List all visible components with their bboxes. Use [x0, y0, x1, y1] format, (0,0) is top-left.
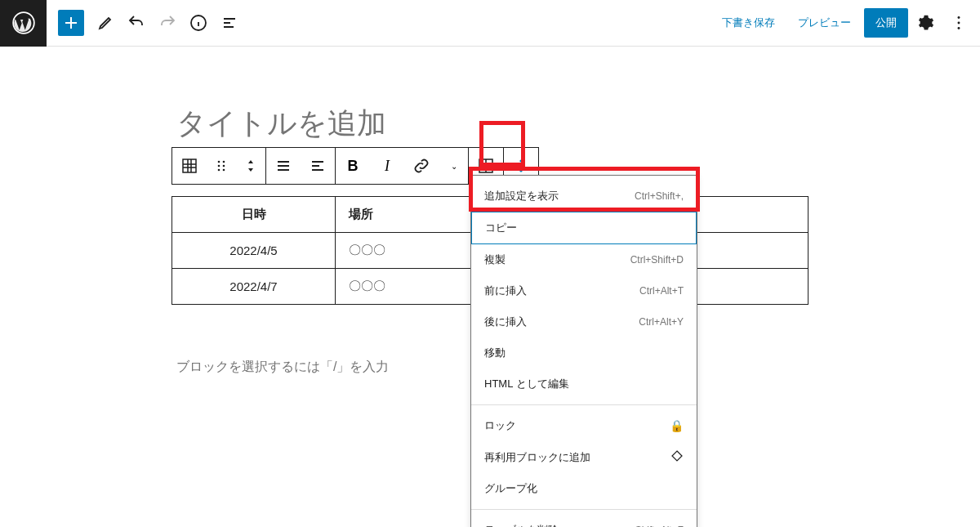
menu-item-label: ロック	[484, 418, 516, 433]
svg-point-11	[223, 169, 225, 172]
menu-item[interactable]: 後に挿入Ctrl+Alt+Y	[471, 306, 697, 337]
menu-item[interactable]: 複製Ctrl+Shift+D	[471, 244, 697, 275]
menu-item[interactable]: 追加設定を表示Ctrl+Shift+,	[471, 181, 697, 212]
save-draft-button[interactable]: 下書き保存	[712, 9, 785, 37]
menu-shortcut: Ctrl+Alt+T	[639, 285, 684, 297]
svg-rect-5	[183, 159, 196, 172]
svg-point-10	[218, 169, 220, 172]
menu-item[interactable]: ロック🔒	[471, 410, 697, 441]
wordpress-logo[interactable]	[0, 0, 47, 47]
menu-item[interactable]: HTML として編集	[471, 368, 697, 400]
lock-icon: 🔒	[670, 419, 684, 432]
svg-point-14	[519, 164, 522, 167]
menu-shortcut: Ctrl+Shift+D	[630, 254, 684, 266]
menu-item-label: HTML として編集	[484, 377, 569, 391]
menu-item[interactable]: コピー	[471, 212, 697, 244]
svg-point-4	[958, 27, 960, 29]
italic-button[interactable]: I	[370, 148, 404, 184]
svg-point-6	[218, 161, 220, 163]
svg-point-2	[958, 16, 960, 19]
svg-point-13	[519, 159, 522, 162]
edit-mode-button[interactable]	[91, 8, 120, 38]
menu-item[interactable]: 再利用ブロックに追加	[471, 441, 697, 473]
more-options-button[interactable]	[944, 8, 973, 38]
menu-item[interactable]: 前に挿入Ctrl+Alt+T	[471, 275, 697, 306]
top-toolbar: 下書き保存 プレビュー 公開	[0, 0, 980, 47]
outline-button[interactable]	[215, 8, 244, 38]
menu-shortcut: Ctrl+Alt+Y	[639, 316, 684, 328]
svg-point-3	[958, 22, 960, 25]
add-block-button[interactable]	[58, 10, 84, 36]
undo-button[interactable]	[122, 8, 151, 38]
link-button[interactable]	[404, 148, 439, 184]
table-cell[interactable]: 2022/4/7	[172, 269, 336, 305]
align-button[interactable]	[266, 148, 301, 184]
menu-item-label: 再利用ブロックに追加	[484, 450, 590, 465]
svg-point-7	[223, 161, 225, 163]
move-button[interactable]	[236, 148, 265, 184]
post-title-input[interactable]: タイトルを追加	[172, 104, 808, 144]
menu-item[interactable]: テーブルを削除Shift+Alt+Z	[471, 515, 697, 527]
settings-button[interactable]	[911, 8, 941, 38]
menu-item-label: コピー	[485, 221, 517, 235]
top-left-tools	[0, 0, 244, 46]
info-button[interactable]	[184, 8, 213, 38]
drag-handle-button[interactable]	[207, 148, 236, 184]
publish-button[interactable]: 公開	[864, 8, 908, 38]
menu-item-label: 移動	[484, 346, 506, 360]
top-right-tools: 下書き保存 プレビュー 公開	[712, 8, 980, 38]
table-cell[interactable]: 2022/4/5	[172, 233, 336, 269]
svg-point-15	[519, 169, 522, 172]
block-options-menu: 追加設定を表示Ctrl+Shift+,コピー複製Ctrl+Shift+D前に挿入…	[470, 175, 697, 527]
text-align-button[interactable]	[301, 148, 335, 184]
menu-item-label: 複製	[484, 252, 506, 267]
menu-item[interactable]: 移動	[471, 337, 697, 368]
menu-item-label: グループ化	[484, 481, 537, 496]
menu-item-label: 前に挿入	[484, 284, 527, 298]
block-type-button[interactable]	[172, 148, 207, 184]
preview-button[interactable]: プレビュー	[788, 9, 861, 37]
menu-item-label: 追加設定を表示	[484, 189, 559, 203]
menu-item[interactable]: グループ化	[471, 473, 697, 504]
svg-point-9	[223, 165, 225, 167]
menu-item-label: テーブルを削除	[484, 523, 559, 527]
bold-button[interactable]: B	[336, 148, 370, 184]
more-format-button[interactable]: ⌄	[439, 148, 468, 184]
svg-point-8	[218, 165, 220, 167]
menu-item-label: 後に挿入	[484, 315, 527, 329]
reuse-icon	[670, 449, 684, 465]
redo-button[interactable]	[153, 8, 182, 38]
menu-shortcut: Ctrl+Shift+,	[635, 190, 684, 202]
table-header-cell[interactable]: 日時	[172, 197, 336, 233]
